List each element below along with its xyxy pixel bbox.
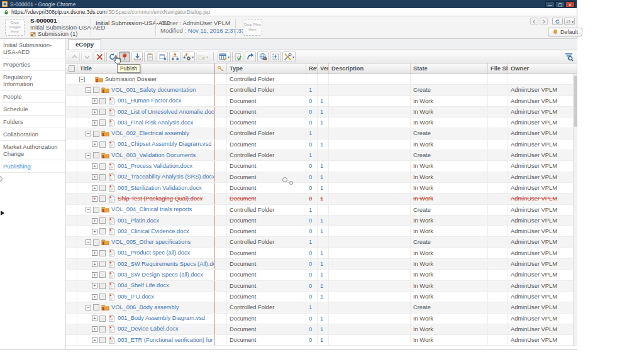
window-titlebar[interactable]: S-000001 - Google Chrome — ▢ ✕ [0, 0, 577, 8]
row-rev-link[interactable]: 0 [306, 194, 318, 204]
row-rev-link[interactable]: 0 [306, 281, 318, 291]
forward-button[interactable] [540, 18, 548, 25]
minimize-button[interactable]: — [545, 1, 555, 8]
row-ver-link[interactable] [318, 237, 329, 247]
table-row[interactable]: + 001_Human Factor.docx Document 0 1 In … [66, 96, 577, 107]
expander-toggle[interactable]: + [92, 261, 97, 267]
row-ver-link[interactable]: 1 [318, 183, 329, 193]
column-header-file-size[interactable]: File Size [488, 63, 508, 74]
row-checkbox[interactable] [99, 293, 106, 300]
expander-toggle[interactable]: + [92, 250, 97, 256]
row-rev-link[interactable]: 1 [306, 205, 318, 215]
column-header-type[interactable]: Type [227, 63, 306, 74]
expander-toggle[interactable]: − [86, 131, 91, 136]
expander-toggle[interactable]: + [92, 218, 97, 224]
row-checkbox[interactable] [99, 98, 106, 104]
row-checkbox[interactable] [99, 185, 106, 191]
row-title-link[interactable]: 001_Platin.docx [118, 216, 159, 226]
row-ver-link[interactable]: 1 [318, 140, 329, 150]
expander-toggle[interactable]: − [86, 239, 91, 245]
table-row[interactable]: − VOL_006_Body assembly Controlled Folde… [66, 302, 577, 313]
expander-toggle[interactable]: − [86, 87, 91, 93]
select-all-header[interactable] [66, 63, 77, 74]
row-title-link[interactable]: 002_SW Requirements Specs (All).docx [118, 259, 214, 269]
table-row[interactable]: + 002_List of Unresolved Anomalie.docx D… [66, 107, 577, 118]
sidebar-item-collaboration[interactable]: Collaboration [0, 128, 65, 141]
row-rev-link[interactable]: 1 [306, 237, 318, 247]
row-title-link[interactable]: 002_Clinical Evidence.docx [118, 226, 189, 236]
move-down-button[interactable] [81, 52, 92, 62]
row-checkbox[interactable] [99, 163, 106, 170]
row-rev-link[interactable]: 0 [306, 259, 318, 269]
sidebar-item-schedule[interactable]: Schedule [0, 103, 65, 116]
row-ver-link[interactable]: 1 [318, 96, 329, 106]
sidebar-item-properties[interactable]: Properties [0, 58, 65, 71]
row-ver-link[interactable]: 1 [318, 281, 329, 291]
column-header-state[interactable]: State [411, 63, 488, 74]
row-ver-link[interactable]: 1 [318, 335, 329, 345]
row-checkbox[interactable] [99, 272, 106, 278]
row-ver-link[interactable]: 1 [318, 314, 329, 324]
row-rev-link[interactable]: 1 [306, 128, 318, 138]
expander-toggle[interactable]: + [92, 229, 97, 234]
table-row[interactable]: + 002_Device Label.docx Document 0 1 In … [66, 324, 577, 335]
row-title-link[interactable]: 001_Product spec (all).docx [118, 248, 190, 258]
row-checkbox[interactable] [99, 109, 106, 115]
row-checkbox[interactable] [93, 152, 99, 158]
table-row[interactable]: + 003_SW Design Specs (all).docx Documen… [66, 270, 577, 280]
row-rev-link[interactable]: 0 [306, 248, 318, 258]
column-header-ver[interactable]: Ver [318, 63, 329, 74]
row-ver-link[interactable]: 1 [318, 118, 329, 128]
checklist-button[interactable] [232, 52, 243, 62]
maximize-button[interactable]: ▢ [555, 1, 565, 8]
row-checkbox[interactable] [99, 217, 106, 224]
table-row[interactable]: − VOL_001_Safety documentation Controlle… [66, 85, 577, 96]
row-rev-link[interactable]: 0 [306, 324, 318, 334]
table-row[interactable]: + 005_IFU.docx Document 0 1 In Work Admi… [66, 292, 577, 302]
row-rev-link[interactable] [306, 74, 318, 84]
table-row[interactable]: + 004_Shelf Life.docx Document 0 1 In Wo… [66, 281, 577, 292]
expander-toggle[interactable]: + [92, 337, 97, 343]
sidebar-item-initial-submission-usa-aed[interactable]: Initial Submission-USA-AED [0, 39, 65, 58]
scrollbar-thumb[interactable] [574, 75, 577, 127]
table-row[interactable]: + 003_ETR (Functional verification) for … [66, 335, 577, 346]
row-title-link[interactable]: Ship-Test (Packaging Qual).docx [118, 194, 203, 204]
column-header-rev[interactable]: Rev [306, 63, 318, 74]
row-title-link[interactable]: 003_Sterilization Validation.docx [118, 183, 202, 193]
filter-list-button[interactable] [563, 52, 575, 62]
table-row[interactable]: + 002_SW Requirements Specs (All).docx D… [66, 259, 577, 270]
row-checkbox[interactable] [99, 315, 106, 322]
row-title-link[interactable]: 001_Body Assembly Diagram.vsd [118, 314, 205, 324]
row-checkbox[interactable] [99, 326, 106, 332]
structure-button[interactable] [169, 52, 180, 62]
table-row[interactable]: + 001_Chipset Assembly Diagram.vsd Docum… [66, 140, 577, 150]
column-header-owner[interactable]: Owner [508, 63, 577, 74]
table-row[interactable]: − VOL_002_Electrical assembly Controlled… [66, 128, 577, 139]
row-ver-link[interactable] [318, 205, 329, 215]
expander-toggle[interactable]: + [92, 196, 97, 202]
expander-toggle[interactable]: + [92, 163, 97, 169]
expander-toggle[interactable]: + [92, 109, 97, 115]
row-ver-link[interactable] [318, 150, 329, 160]
expander-toggle[interactable]: + [92, 283, 97, 288]
row-title-link[interactable]: 001_Human Factor.docx [118, 96, 181, 106]
sidebar-item-people[interactable]: People [0, 90, 65, 103]
row-title-link[interactable]: Submission Dossier [105, 74, 157, 84]
table-row[interactable]: + 001_Product spec (all).docx Document 0… [66, 248, 577, 259]
table-row[interactable]: + 002_Traceability Analysis (SRS).docx D… [66, 172, 577, 183]
row-ver-link[interactable]: 1 [318, 248, 329, 258]
row-ver-link[interactable]: 1 [318, 292, 329, 302]
row-title-link[interactable]: VOL_004_Clinical trials reports [111, 205, 192, 215]
row-rev-link[interactable]: 0 [306, 140, 318, 150]
panel-collapse-arrow[interactable] [1, 211, 4, 216]
row-ver-link[interactable]: 1 [318, 324, 329, 334]
open-window-button[interactable] [157, 52, 168, 62]
table-row[interactable]: + 001_Body Assembly Diagram.vsd Document… [66, 314, 577, 324]
expander-toggle[interactable]: + [92, 98, 97, 104]
row-title-link[interactable]: 003_Final Risk Analysis.docx [118, 118, 193, 128]
expander-toggle[interactable]: − [79, 77, 85, 82]
row-title-link[interactable]: VOL_003_Validation Documents [111, 150, 196, 160]
expander-toggle[interactable]: + [92, 185, 97, 191]
row-rev-link[interactable]: 0 [306, 292, 318, 302]
row-checkbox[interactable] [93, 87, 99, 93]
